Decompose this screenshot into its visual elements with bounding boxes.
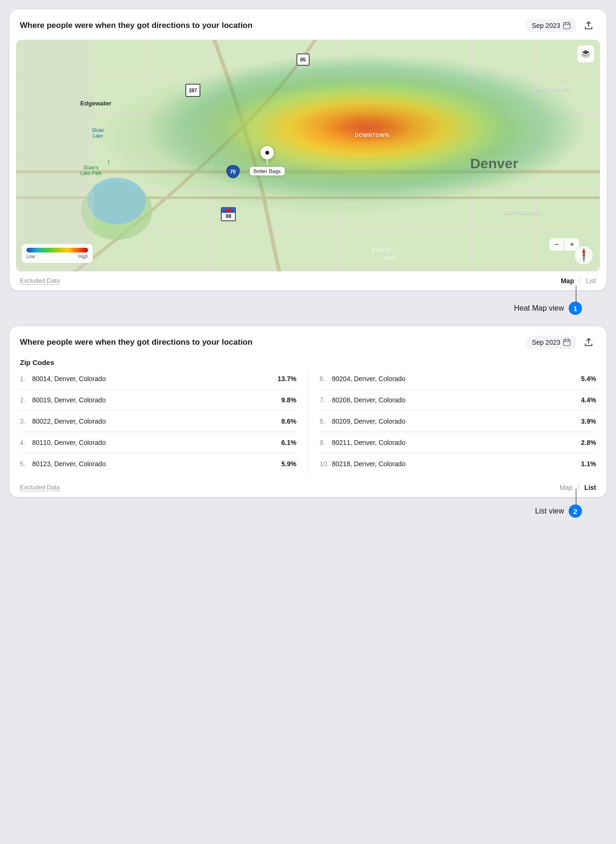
zip-pct-4: 6.1% [281,439,296,446]
zip-name-3: 80022, Denver, Colorado [32,418,106,425]
list-item: 3. 80022, Denver, Colorado 8.6% [20,411,296,432]
date-selector-top[interactable]: Sep 2023 [526,19,576,32]
svg-text:N: N [582,249,585,253]
legal-label: Legal [384,255,395,260]
svg-rect-28 [564,339,570,346]
legend-high-label: High [78,254,88,259]
card-footer-top: Excluded Data Map List [9,271,607,290]
zip-rank-9: 9. [320,439,329,446]
compass: N [573,245,594,266]
zip-right-column: 6. 80204, Denver, Colorado 5.4% 7. 80208… [310,368,596,474]
annotation-line-top [576,286,577,303]
listview-card: Where people were when they got directio… [9,326,607,497]
zip-left-column: 1. 80014, Denver, Colorado 13.7% 2. 8001… [20,368,306,474]
card-title-top: Where people were when they got directio… [20,21,252,30]
list-item: 8. 80209, Denver, Colorado 3.9% [320,411,596,432]
zip-rank-8: 8. [320,418,329,425]
zip-name-9: 80211, Denver, Colorado [332,439,406,446]
excluded-data-link-bottom[interactable]: Excluded Data [20,484,60,491]
location-pin: Better Bags [250,146,284,175]
list-item: 4. 80110, Denver, Colorado 6.1% [20,432,296,453]
capitol-hill-label: CAPITOL HILL [503,209,542,215]
annotation-bubble-top: 1 [569,302,582,315]
list-item: 2. 80019, Denver, Colorado 9.8% [20,390,296,411]
list-item: 10. 80218, Denver, Colorado 1.1% [320,453,596,474]
card-title-bottom: Where people were when they got directio… [20,338,252,347]
map-view-button-top[interactable]: Map [561,277,574,285]
zip-rank-2: 2. [20,396,29,404]
header-controls-top: Sep 2023 [526,18,596,33]
zip-pct-7: 4.4% [581,396,596,404]
five-points-label: FIVE POINTS [536,86,571,92]
annotation-row-top: Heat Map view 1 [9,302,607,315]
zip-name-7: 80208, Denver, Colorado [332,396,406,404]
zip-name-1: 80014, Denver, Colorado [32,375,106,383]
heatmap-legend: Low High [22,244,93,263]
zip-name-4: 80110, Denver, Colorado [32,439,106,446]
zip-rank-10: 10. [320,460,329,468]
zip-pct-10: 1.1% [581,460,596,468]
highway-88: 88 [220,207,236,222]
zip-pct-1: 13.7% [278,375,296,383]
zip-pct-2: 9.8% [281,396,296,404]
park-arrow: ↑ [106,158,110,166]
highway-287: 287 [185,84,200,97]
map-layers-button[interactable] [577,45,594,62]
svg-rect-0 [564,23,570,29]
export-icon-bottom [584,338,593,347]
e-sixth-label: E SIXTH [372,248,390,253]
zip-name-6: 80204, Denver, Colorado [332,375,406,383]
zip-list-wrapper: 1. 80014, Denver, Colorado 13.7% 2. 8001… [20,368,596,474]
list-item: 5. 80123, Denver, Colorado 5.9% [20,453,296,474]
annotation-bubble-bottom: 2 [569,505,582,518]
zip-codes-heading: Zip Codes [20,358,596,366]
zip-rank-1: 1. [20,375,29,383]
downtown-label: DOWNTOWN [355,132,389,138]
header-controls-bottom: Sep 2023 [526,335,596,350]
denver-big-label: Denver [470,156,518,172]
zip-name-8: 80209, Denver, Colorado [332,418,406,425]
zip-name-2: 80019, Denver, Colorado [32,396,106,404]
svg-point-27 [583,254,585,257]
export-button-top[interactable] [581,18,596,33]
zip-name-5: 80123, Denver, Colorado [32,460,106,468]
pin-circle [260,146,274,159]
legend-labels: Low High [26,254,88,259]
edgewater-label: Edgewater [80,100,112,107]
highway-85: 85 [296,53,310,66]
calendar-icon-bottom [563,339,571,346]
pin-label: Better Bags [250,167,284,175]
zoom-out-button[interactable]: − [549,238,564,251]
date-label-top: Sep 2023 [532,22,560,29]
map-view-button-bottom[interactable]: Map [560,484,573,491]
card-footer-bottom: Excluded Data Map List [9,478,607,497]
annotation-label-bottom: List view [535,507,564,515]
list-view-button-top[interactable]: List [586,277,596,285]
annotation-label-top: Heat Map view [514,304,564,313]
annotation-line-bottom [576,488,577,505]
list-item: 1. 80014, Denver, Colorado 13.7% [20,368,296,390]
zip-pct-5: 5.9% [281,460,296,468]
map-background: Edgewater SloanLake Sloan'sLake Park ↑ F… [16,40,600,271]
view-toggle-top: Map List [561,277,596,285]
compass-svg: N [573,245,594,266]
list-view-button-bottom[interactable]: List [584,484,596,491]
highway-70: 70 [226,165,240,178]
sloan-lake-label: SloanLake [92,128,104,139]
card-header-top: Where people were when they got directio… [9,9,607,40]
date-selector-bottom[interactable]: Sep 2023 [526,336,576,349]
export-button-bottom[interactable] [581,335,596,350]
excluded-data-link-top[interactable]: Excluded Data [20,277,60,285]
zip-rank-7: 7. [320,396,329,404]
card-header-bottom: Where people were when they got directio… [9,326,607,357]
heatmap-container[interactable]: Edgewater SloanLake Sloan'sLake Park ↑ F… [16,40,600,271]
zip-rank-6: 6. [320,375,329,383]
list-item: 6. 80204, Denver, Colorado 5.4% [320,368,596,390]
sloan-park-label: Sloan'sLake Park [80,165,102,176]
date-label-bottom: Sep 2023 [532,339,560,346]
map-layers-icon [581,49,590,59]
zip-pct-8: 3.9% [581,418,596,425]
zip-rank-5: 5. [20,460,29,468]
view-toggle-bottom: Map List [560,484,596,491]
heatmap-card: Where people were when they got directio… [9,9,607,290]
